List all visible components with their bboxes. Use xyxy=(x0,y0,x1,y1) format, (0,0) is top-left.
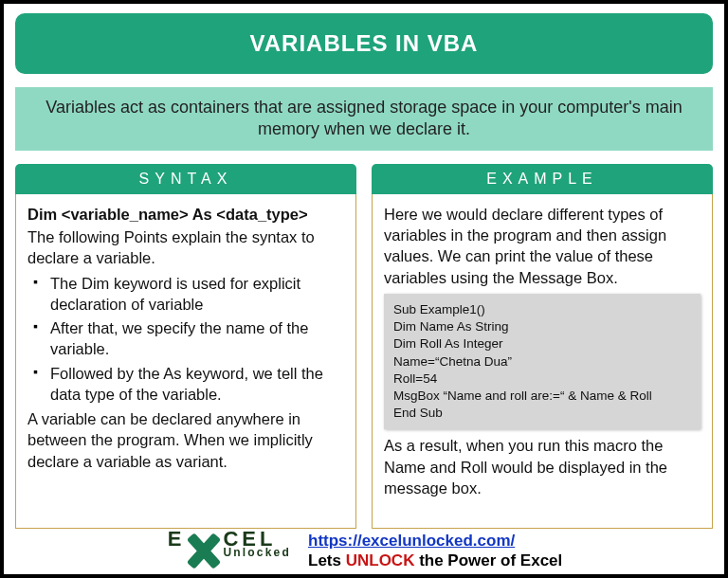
syntax-points: The Dim keyword is used for explicit dec… xyxy=(27,273,344,406)
example-body: Here we would declare different types of… xyxy=(372,194,713,529)
example-header: EXAMPLE xyxy=(372,164,713,194)
example-lead: Here we would declare different types of… xyxy=(384,204,701,288)
list-item: Followed by the As keyword, we tell the … xyxy=(33,363,344,406)
code-block: Sub Example1() Dim Name As String Dim Ro… xyxy=(384,294,701,430)
logo-x-icon xyxy=(185,531,223,570)
logo-bottom-text: Unlocked xyxy=(223,548,291,557)
code-line: Dim Roll As Integer xyxy=(393,335,691,352)
example-tail: As a result, when you run this macro the… xyxy=(384,435,701,498)
tag-pre: Lets xyxy=(308,551,346,569)
code-line: Sub Example1() xyxy=(393,301,691,318)
list-item: The Dim keyword is used for explicit dec… xyxy=(33,273,344,316)
intro-text: Variables act as containers that are ass… xyxy=(15,87,713,151)
footer: E CEL Unlocked https://excelunlocked.com… xyxy=(15,529,713,571)
list-item: After that, we specify the name of the v… xyxy=(33,317,344,360)
footer-text: https://excelunlocked.com/ Lets UNLOCK t… xyxy=(308,531,562,571)
code-line: Roll=54 xyxy=(393,370,691,388)
code-line: Name=“Chetna Dua” xyxy=(393,353,691,370)
syntax-declaration: Dim <variable_name> As <data_type> xyxy=(27,204,344,225)
code-line: Dim Name As String xyxy=(393,318,691,335)
code-line: MsgBox “Name and roll are:=“ & Name & Ro… xyxy=(393,388,691,405)
page-title: VARIABLES IN VBA xyxy=(15,13,713,74)
footer-link[interactable]: https://excelunlocked.com/ xyxy=(308,532,515,550)
example-column: EXAMPLE Here we would declare different … xyxy=(372,164,713,529)
code-line: End Sub xyxy=(393,405,691,422)
columns: SYNTAX Dim <variable_name> As <data_type… xyxy=(15,164,713,529)
footer-tagline: Lets UNLOCK the Power of Excel xyxy=(308,551,562,569)
syntax-header: SYNTAX xyxy=(15,164,356,194)
tag-unlock: UNLOCK xyxy=(346,551,415,569)
tag-post: the Power of Excel xyxy=(414,551,562,569)
syntax-lead: The following Points explain the syntax … xyxy=(27,226,344,269)
syntax-tail: A variable can be declared anywhere in b… xyxy=(27,408,344,472)
syntax-body: Dim <variable_name> As <data_type> The f… xyxy=(15,194,356,529)
syntax-column: SYNTAX Dim <variable_name> As <data_type… xyxy=(15,164,356,529)
document-frame: VARIABLES IN VBA Variables act as contai… xyxy=(0,0,728,578)
logo: E CEL Unlocked xyxy=(166,531,291,570)
